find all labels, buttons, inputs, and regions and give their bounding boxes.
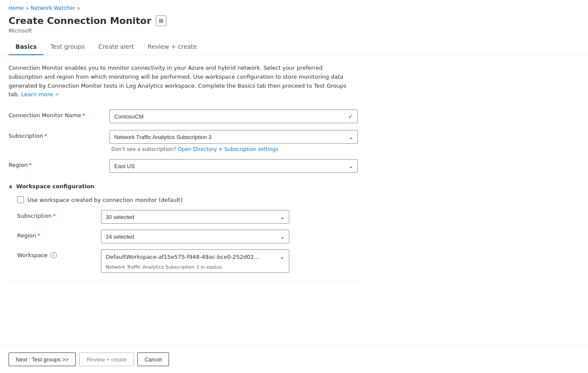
- workspace-section-label: Workspace configuration: [16, 183, 95, 189]
- subscription-hint: Don't see a subscription? Open Directory…: [110, 146, 358, 152]
- workspace-subscription-row: Subscription * 30 selected: [17, 210, 359, 224]
- workspace-section: ∧ Workspace configuration Use workspace …: [9, 180, 359, 273]
- section-divider: [9, 281, 359, 282]
- collapse-icon: ∧: [9, 184, 13, 189]
- workspace-collapse-header[interactable]: ∧ Workspace configuration: [9, 180, 359, 193]
- review-create-button[interactable]: Review + create: [79, 352, 134, 366]
- subscription-row: Subscription * Network Traffic Analytics…: [9, 130, 359, 152]
- tab-review-create[interactable]: Review + create: [141, 40, 204, 55]
- page-title-row: Create Connection Monitor ⊞: [9, 15, 579, 26]
- description-text: Connection Monitor enables you to monito…: [9, 64, 351, 99]
- required-star-ws-region: *: [38, 232, 41, 239]
- workspace-field-label: Workspace i: [17, 249, 94, 258]
- workspace-subscription-control: 30 selected: [101, 210, 289, 224]
- workspace-subscription-select[interactable]: 30 selected: [101, 210, 289, 224]
- next-test-groups-button[interactable]: Next : Test groups >>: [9, 352, 76, 366]
- workspace-subscription-label: Subscription *: [17, 210, 94, 219]
- region-select-wrapper: East US: [110, 159, 358, 173]
- workspace-region-dropdown-wrapper: 24 selected: [101, 230, 289, 243]
- workspace-checkbox[interactable]: [17, 196, 24, 203]
- workspace-region-label: Region *: [17, 230, 94, 239]
- workspace-checkbox-row: Use workspace created by connection moni…: [17, 196, 359, 203]
- region-row: Region * East US: [9, 159, 359, 173]
- form-section: Connection Monitor Name * ✓ Subscription…: [9, 110, 359, 282]
- breadcrumb-home[interactable]: Home: [9, 5, 24, 11]
- workspace-info-icon[interactable]: i: [50, 252, 57, 258]
- region-wrapper: East US: [110, 159, 358, 173]
- subscription-select-wrapper: Network Traffic Analytics Subscription 3: [110, 130, 358, 144]
- pin-icon: ⊞: [159, 18, 163, 24]
- connection-monitor-name-input[interactable]: [114, 113, 345, 120]
- breadcrumb: Home > Network Watcher >: [0, 0, 588, 14]
- tab-test-groups[interactable]: Test groups: [44, 40, 92, 55]
- open-directory-link[interactable]: Open Directory + Subscription settings: [178, 146, 278, 152]
- required-star-sub: *: [45, 133, 48, 139]
- connection-monitor-name-input-wrapper[interactable]: ✓: [110, 110, 358, 123]
- workspace-region-row: Region * 24 selected: [17, 230, 359, 243]
- region-label: Region *: [9, 159, 103, 168]
- tabs-container: Basics Test groups Create alert Review +…: [0, 40, 588, 55]
- subscription-wrapper: Network Traffic Analytics Subscription 3…: [110, 130, 358, 152]
- workspace-dropdown-main: DefaultWorkspace-af15e575-f948-49ac-bce0…: [101, 250, 289, 263]
- breadcrumb-network-watcher[interactable]: Network Watcher: [31, 5, 75, 11]
- check-icon: ✓: [348, 113, 353, 120]
- required-star-ws-sub: *: [53, 213, 56, 219]
- workspace-checkbox-label: Use workspace created by connection moni…: [27, 197, 183, 203]
- workspace-field-row: Workspace i DefaultWorkspace-af15e575-f9…: [17, 249, 359, 273]
- connection-monitor-name-wrapper: ✓: [110, 110, 358, 123]
- connection-monitor-name-row: Connection Monitor Name * ✓: [9, 110, 359, 123]
- connection-monitor-name-label: Connection Monitor Name *: [9, 110, 103, 118]
- breadcrumb-sep-1: >: [25, 6, 29, 11]
- page-subtitle: Microsoft: [9, 28, 579, 34]
- external-link-icon: ↗: [55, 92, 59, 98]
- tab-create-alert[interactable]: Create alert: [92, 40, 141, 55]
- workspace-field-control: DefaultWorkspace-af15e575-f948-49ac-bce0…: [101, 249, 289, 273]
- region-select[interactable]: East US: [110, 159, 358, 173]
- workspace-region-control: 24 selected: [101, 230, 289, 243]
- page-title: Create Connection Monitor: [9, 15, 151, 26]
- learn-more-link[interactable]: Learn more: [21, 91, 53, 98]
- required-star-name: *: [83, 112, 86, 118]
- workspace-field-sub-value: Network Traffic Analytics Subscription 3…: [101, 263, 289, 272]
- page-container: Home > Network Watcher > Create Connecti…: [0, 0, 588, 373]
- required-star-region: *: [29, 162, 32, 168]
- workspace-chevron-icon: ⌄: [279, 253, 285, 260]
- footer: Next : Test groups >> Review + create Ca…: [0, 345, 588, 373]
- workspace-dropdown-multi[interactable]: DefaultWorkspace-af15e575-f948-49ac-bce0…: [101, 249, 289, 273]
- content-area: Connection Monitor enables you to monito…: [0, 55, 588, 345]
- workspace-subscription-dropdown-wrapper: 30 selected: [101, 210, 289, 224]
- page-header: Create Connection Monitor ⊞ Microsoft: [0, 14, 588, 37]
- subscription-select[interactable]: Network Traffic Analytics Subscription 3: [110, 130, 358, 144]
- tab-basics[interactable]: Basics: [9, 40, 44, 55]
- workspace-content: Use workspace created by connection moni…: [9, 196, 359, 273]
- subscription-label: Subscription *: [9, 130, 103, 139]
- breadcrumb-sep-2: >: [77, 6, 80, 11]
- workspace-region-select[interactable]: 24 selected: [101, 230, 289, 243]
- cancel-button[interactable]: Cancel: [137, 352, 169, 366]
- workspace-field-value: DefaultWorkspace-af15e575-f948-49ac-bce0…: [106, 254, 260, 260]
- pin-button[interactable]: ⊞: [156, 15, 166, 26]
